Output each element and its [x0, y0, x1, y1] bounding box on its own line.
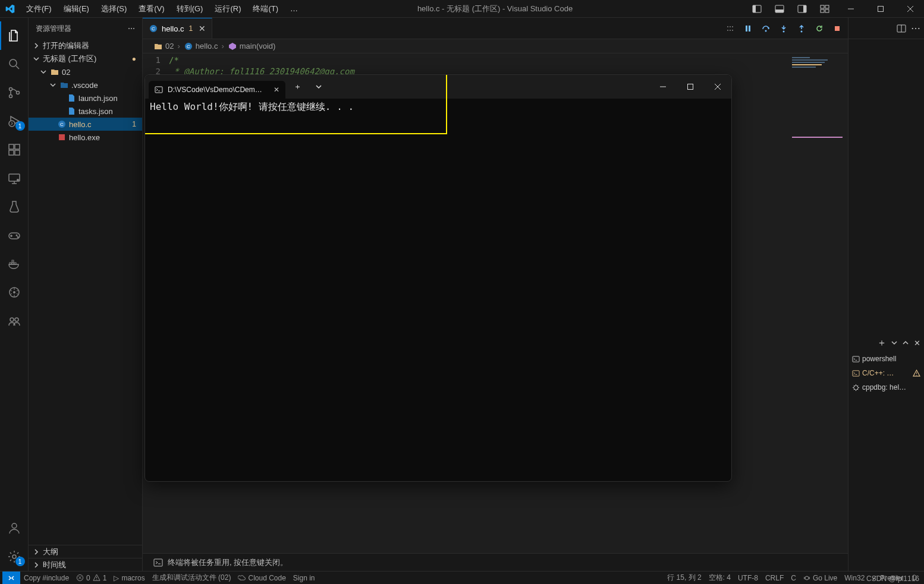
external-terminal-window[interactable]: D:\VSCode\VsDemo\CDemo\C ✕ ＋ Hello World…	[144, 74, 732, 482]
split-editor-icon[interactable]	[897, 24, 906, 33]
hello-exe-label: hello.exe	[69, 133, 100, 142]
section-outline[interactable]: 大纲	[29, 545, 142, 558]
sb-copy-include[interactable]: Copy #include	[20, 572, 73, 585]
terminal-cpp-build[interactable]: C/C++: …	[848, 366, 924, 380]
terminal-cppdbg[interactable]: cppdbg: hel…	[848, 380, 924, 394]
more-actions-icon[interactable]: ⋯	[128, 24, 135, 33]
termwin-minimize[interactable]	[649, 75, 677, 99]
debug-stop-icon[interactable]	[831, 23, 843, 34]
maximize-panel-icon[interactable]	[902, 339, 909, 346]
customize-layout-icon[interactable]	[815, 0, 835, 18]
window-title: hello.c - 无标题 (工作区) - Visual Studio Code	[246, 4, 744, 14]
explorer-header: 资源管理器 ⋯	[29, 18, 142, 39]
termwin-tab-dropdown-icon[interactable]	[309, 77, 328, 96]
sb-encoding[interactable]: UTF-8	[734, 572, 762, 585]
toggle-secondary-sidebar-icon[interactable]	[792, 0, 812, 18]
termwin-tabs: D:\VSCode\VsDemo\CDemo\C ✕ ＋	[145, 75, 731, 99]
grip-icon[interactable]	[724, 23, 736, 34]
window-close[interactable]	[897, 0, 924, 18]
outline-label: 大纲	[43, 547, 58, 557]
svg-point-60	[805, 576, 809, 580]
termwin-body[interactable]: Hello World!你好啊! 请按任意键继续. . .	[145, 99, 731, 481]
bc-file[interactable]: hello.c	[196, 42, 218, 50]
window-maximize[interactable]	[867, 0, 894, 18]
activity-testing[interactable]	[0, 192, 29, 221]
sb-win32[interactable]: Win32	[841, 572, 868, 585]
new-terminal-icon[interactable]: ＋	[877, 337, 887, 349]
tab-dirty-badge: 1	[189, 24, 193, 33]
menu-file[interactable]: 文件(F)	[21, 1, 56, 17]
toggle-primary-sidebar-icon[interactable]	[747, 0, 767, 18]
terminal-powershell[interactable]: powershell	[848, 352, 924, 366]
modified-dot-icon: ●	[132, 55, 136, 63]
termwin-new-tab-icon[interactable]: ＋	[288, 77, 307, 96]
file-tasks-json[interactable]: tasks.json	[29, 105, 142, 118]
sb-sign-in[interactable]: Sign in	[290, 572, 319, 585]
window-minimize[interactable]	[837, 0, 865, 18]
statusbar: Copy #include 0 1 ▷ macros 生成和调试活动文件 (02…	[0, 571, 924, 584]
close-panel-icon[interactable]: ✕	[914, 339, 920, 348]
activity-liveshare[interactable]	[0, 307, 29, 335]
sb-go-live[interactable]: Go Live	[800, 572, 841, 585]
svg-point-11	[10, 59, 17, 67]
toggle-panel-icon[interactable]	[769, 0, 790, 18]
activity-kubernetes[interactable]	[0, 278, 29, 307]
activity-settings[interactable]: 1	[0, 542, 29, 571]
sb-language[interactable]: C	[787, 572, 800, 585]
sb-cursor-position[interactable]: 行 15, 列 2	[664, 572, 705, 585]
chevron-down-icon	[32, 55, 40, 63]
activity-search[interactable]	[0, 50, 29, 78]
file-launch-json[interactable]: launch.json	[29, 91, 142, 105]
file-hello-c[interactable]: C hello.c 1	[29, 118, 142, 131]
bc-symbol[interactable]: main(void)	[240, 42, 276, 50]
section-workspace[interactable]: 无标题 (工作区) ●	[29, 52, 142, 65]
svg-point-34	[12, 555, 16, 558]
activity-docker[interactable]	[0, 250, 29, 278]
termwin-tab[interactable]: D:\VSCode\VsDemo\CDemo\C ✕	[149, 81, 285, 99]
activity-run-debug[interactable]: 1	[0, 107, 29, 135]
svg-point-42	[732, 26, 733, 27]
warnings-count: 1	[103, 574, 107, 582]
sb-cloud-code[interactable]: Cloud Code	[234, 572, 289, 585]
menu-run[interactable]: 运行(R)	[210, 1, 246, 17]
activity-explorer[interactable]	[0, 21, 29, 50]
open-editors-label: 打开的编辑器	[43, 40, 89, 51]
termwin-maximize[interactable]	[677, 75, 704, 99]
sb-task-build[interactable]: 生成和调试活动文件 (02)	[149, 572, 235, 585]
activity-remote-explorer[interactable]	[0, 164, 29, 192]
termwin-tab-close-icon[interactable]: ✕	[274, 86, 279, 94]
section-timeline[interactable]: 时间线	[29, 558, 142, 571]
sb-macros[interactable]: ▷ macros	[110, 572, 148, 585]
sb-indent[interactable]: 空格: 4	[705, 572, 734, 585]
section-open-editors[interactable]: 打开的编辑器	[29, 39, 142, 52]
sb-problems[interactable]: 0 1	[73, 572, 110, 585]
panel-controls: ＋ ✕	[848, 336, 924, 349]
menu-view[interactable]: 查看(V)	[134, 1, 169, 17]
svg-rect-8	[821, 10, 824, 12]
terminal-dropdown-icon[interactable]	[891, 340, 897, 346]
debug-restart-icon[interactable]	[813, 23, 825, 34]
tree-folder-02[interactable]: 02	[29, 65, 142, 78]
activity-extensions[interactable]	[0, 135, 29, 164]
tree-folder-vscode[interactable]: .vscode	[29, 78, 142, 91]
tab-close-icon[interactable]: ✕	[199, 24, 206, 33]
tab-hello-c[interactable]: C hello.c 1 ✕	[143, 18, 212, 39]
activity-source-control[interactable]	[0, 78, 29, 107]
file-hello-exe[interactable]: hello.exe	[29, 131, 142, 144]
folder-icon	[153, 42, 163, 51]
sb-eol[interactable]: CRLF	[762, 572, 787, 585]
remote-indicator[interactable]	[2, 572, 20, 585]
termwin-close[interactable]	[704, 75, 731, 99]
debug-step-out-icon[interactable]	[796, 23, 807, 34]
bc-folder[interactable]: 02	[165, 42, 174, 50]
debug-pause-icon[interactable]	[742, 23, 754, 34]
debug-step-over-icon[interactable]	[760, 23, 772, 34]
menu-go[interactable]: 转到(G)	[172, 1, 208, 17]
menu-edit[interactable]: 编辑(E)	[59, 1, 94, 17]
activity-game[interactable]	[0, 221, 29, 250]
breadcrumbs[interactable]: 02 › C hello.c › main(void)	[143, 39, 848, 53]
menu-selection[interactable]: 选择(S)	[96, 1, 131, 17]
debug-step-into-icon[interactable]	[778, 23, 790, 34]
activity-accounts[interactable]	[0, 514, 29, 542]
more-actions-icon[interactable]: ⋯	[911, 23, 920, 34]
